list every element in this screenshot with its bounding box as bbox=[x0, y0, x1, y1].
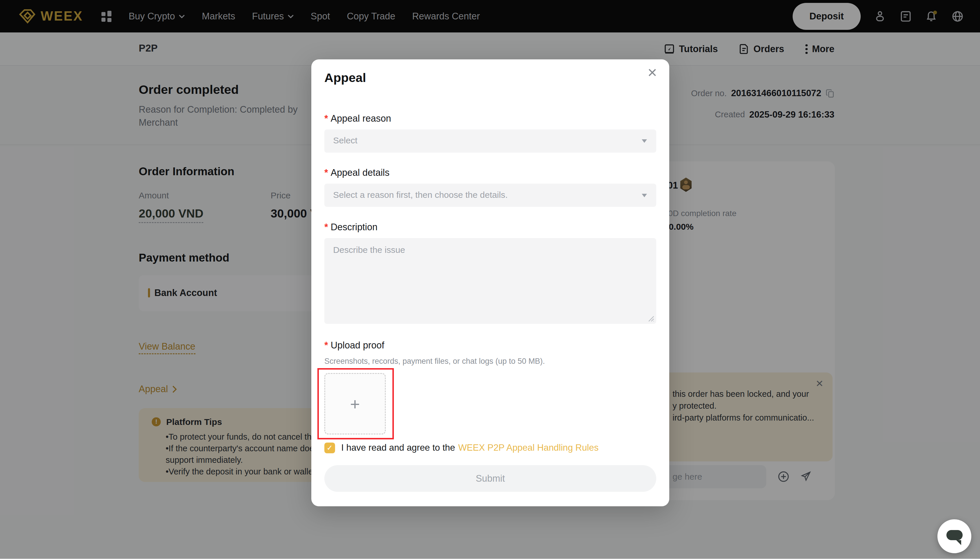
appeal-details-select[interactable]: Select a reason first, then choose the d… bbox=[324, 184, 656, 207]
appeal-details-placeholder: Select a reason first, then choose the d… bbox=[333, 190, 508, 200]
appeal-reason-placeholder: Select bbox=[333, 136, 357, 146]
close-icon[interactable]: × bbox=[648, 64, 657, 81]
chat-bubble-tail bbox=[956, 540, 961, 545]
agree-text: I have read and agree to the bbox=[341, 443, 455, 453]
appeal-modal-title: Appeal bbox=[324, 71, 366, 85]
submit-button[interactable]: Submit bbox=[324, 465, 656, 492]
agree-row: ✓ I have read and agree to the WEEX P2P … bbox=[324, 443, 598, 453]
appeal-reason-label: Appeal reason bbox=[324, 113, 391, 124]
resize-grip-icon[interactable] bbox=[648, 316, 654, 322]
appeal-reason-select[interactable]: Select bbox=[324, 129, 656, 153]
appeal-details-label: Appeal details bbox=[324, 167, 390, 178]
support-chat-fab[interactable] bbox=[937, 519, 971, 553]
annotation-highlight-rect bbox=[317, 368, 393, 439]
agree-checkbox[interactable]: ✓ bbox=[324, 443, 335, 453]
dropdown-caret-icon bbox=[642, 194, 647, 197]
dropdown-caret-icon bbox=[642, 139, 647, 143]
chat-bubble-icon bbox=[946, 530, 963, 540]
appeal-modal: Appeal × Appeal reason Select Appeal det… bbox=[311, 60, 669, 506]
upload-proof-label: Upload proof bbox=[324, 340, 384, 351]
appeal-rules-link[interactable]: WEEX P2P Appeal Handling Rules bbox=[458, 443, 598, 453]
p2p-order-page: WEEX Buy Crypto Markets Futures Spot Cop… bbox=[0, 0, 980, 559]
description-placeholder: Describe the issue bbox=[333, 245, 405, 255]
description-label: Description bbox=[324, 222, 377, 233]
upload-proof-hint: Screenshots, records, payment files, or … bbox=[324, 357, 545, 366]
description-textarea[interactable]: Describe the issue bbox=[324, 238, 656, 324]
